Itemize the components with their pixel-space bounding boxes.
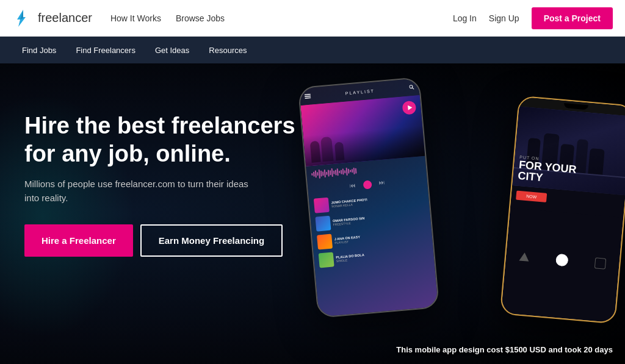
- phone2-screen: PUT ON FOR YOUR CITY NOW: [501, 97, 625, 323]
- get-ideas-link[interactable]: Get Ideas: [145, 37, 199, 63]
- track-info: JUMO CHAKCE PHOTI SONAR KELLA: [331, 193, 424, 208]
- track-info: J ANA ON EASY PLAYLIST: [334, 229, 427, 244]
- top-navbar: freelancer How It Works Browse Jobs Log …: [0, 0, 625, 37]
- phone2-now-button[interactable]: NOW: [516, 191, 547, 202]
- phone-mockup-2: PUT ON FOR YOUR CITY NOW: [500, 95, 625, 324]
- secondary-navbar: Find Jobs Find Freelancers Get Ideas Res…: [0, 37, 625, 63]
- hamburger-icon: [305, 94, 311, 99]
- hero-content: Hire the best freelancers for any job, o…: [24, 112, 305, 257]
- track-info: OMAR FARSOO SIN FREESTYLE: [333, 211, 425, 226]
- post-project-button[interactable]: Post a Project: [532, 7, 613, 29]
- track-info: PLALIA DO BOLA SINGLE: [336, 248, 428, 263]
- track-thumbnail: [319, 252, 334, 268]
- play-button: [363, 180, 372, 189]
- track-thumbnail: [317, 234, 333, 250]
- phones-area: PLAYLIST: [271, 63, 625, 364]
- svg-point-5: [410, 85, 413, 88]
- search-icon: [409, 85, 414, 90]
- phone2-notch: [564, 103, 589, 110]
- phone-mockup-1: PLAYLIST: [298, 77, 439, 318]
- hero-buttons: Hire a Freelancer Earn Money Freelancing: [24, 224, 305, 257]
- earn-money-button[interactable]: Earn Money Freelancing: [140, 224, 283, 257]
- logo-link[interactable]: freelancer: [12, 7, 92, 29]
- back-icon: [519, 252, 529, 262]
- login-link[interactable]: Log In: [453, 13, 477, 23]
- phone2-nav-bar: [505, 244, 620, 271]
- svg-rect-2: [305, 94, 311, 95]
- how-it-works-link[interactable]: How It Works: [110, 13, 161, 23]
- find-freelancers-link[interactable]: Find Freelancers: [66, 37, 145, 63]
- logo-text: freelancer: [38, 11, 92, 25]
- hero-caption: This mobile app design cost $1500 USD an…: [396, 345, 613, 354]
- resources-link[interactable]: Resources: [199, 37, 256, 63]
- hero-title: Hire the best freelancers for any job, o…: [24, 112, 305, 168]
- phone1-playlist-label: PLAYLIST: [311, 85, 410, 98]
- recents-icon: [594, 257, 607, 269]
- hero-subtitle: Millions of people use freelancer.com to…: [24, 177, 256, 205]
- signup-link[interactable]: Sign Up: [489, 13, 519, 23]
- home-icon: [555, 254, 569, 267]
- top-nav-right: Log In Sign Up Post a Project: [453, 7, 613, 29]
- svg-rect-3: [305, 96, 311, 97]
- browse-jobs-link[interactable]: Browse Jobs: [176, 13, 225, 23]
- phone1-track-list: JUMO CHAKCE PHOTI SONAR KELLA OMAR FARSO…: [309, 186, 435, 274]
- top-nav-links: How It Works Browse Jobs: [110, 13, 453, 23]
- freelancer-logo-icon: [12, 7, 34, 29]
- svg-line-6: [413, 88, 414, 90]
- phone1-album-art: [300, 95, 425, 166]
- track-thumbnail: [315, 216, 331, 232]
- phone1-screen: PLAYLIST: [299, 78, 438, 317]
- find-jobs-link[interactable]: Find Jobs: [12, 37, 66, 63]
- svg-rect-4: [305, 98, 311, 99]
- hero-section: Hire the best freelancers for any job, o…: [0, 63, 625, 364]
- phone2-album-art: PUT ON FOR YOUR CITY: [512, 107, 625, 196]
- track-thumbnail: [314, 198, 330, 213]
- hire-freelancer-button[interactable]: Hire a Freelancer: [24, 224, 133, 257]
